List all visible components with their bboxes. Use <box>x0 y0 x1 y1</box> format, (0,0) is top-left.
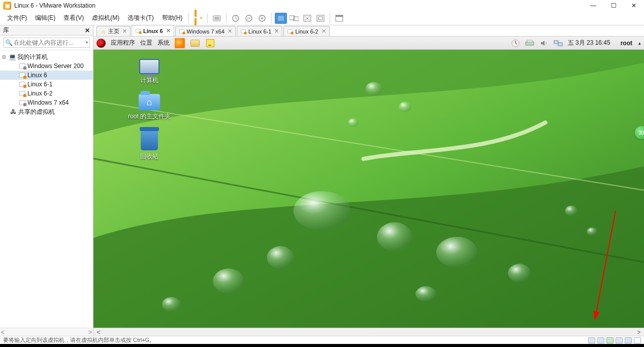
library-tree: ⊟ 💻 我的计算机 Windows Server 200Linux 6Linux… <box>0 50 93 328</box>
tab-close-button[interactable]: ✕ <box>274 28 279 35</box>
update-tray-icon[interactable] <box>511 39 520 48</box>
snapshot-manager-button[interactable] <box>256 13 268 24</box>
tree-label: Linux 6-2 <box>27 90 52 97</box>
svg-point-30 <box>587 228 597 236</box>
content-area: ⌂主页✕Linux 6✕Windows 7 x64✕Linux 6-1✕Linu… <box>93 25 644 336</box>
menu-help[interactable]: 帮助(H) <box>158 13 187 24</box>
print-tray-icon[interactable] <box>525 39 534 48</box>
svg-rect-13 <box>336 15 343 17</box>
device-net-icon[interactable] <box>606 337 614 343</box>
maximize-button[interactable]: ☐ <box>603 0 624 11</box>
guest-top-panel: 应用程序 位置 系统 五 3月 23 16:45 root ▴ <box>93 37 644 50</box>
guest-clock[interactable]: 五 3月 23 16:45 <box>568 39 610 47</box>
expand-icon[interactable]: ⊟ <box>2 54 8 59</box>
tree-vm-item[interactable]: Linux 6-2 <box>0 89 93 98</box>
content-hscroll[interactable]: < > <box>93 328 644 336</box>
snapshot-take-button[interactable] <box>230 13 242 24</box>
toolbar-divider <box>330 13 330 23</box>
device-sound-icon[interactable] <box>625 337 632 343</box>
svg-rect-16 <box>527 40 532 42</box>
tab-close-button[interactable]: ✕ <box>228 28 232 35</box>
tree-shared-vms[interactable]: 🖧 共享的虚拟机 <box>0 107 93 116</box>
firefox-launcher-icon[interactable] <box>175 38 185 48</box>
pause-vm-button[interactable]: ▾ <box>192 13 204 24</box>
vm-tab[interactable]: Linux 6✕ <box>132 25 174 36</box>
desktop-icon-computer[interactable]: 计算机 <box>119 59 180 85</box>
tree-my-computer[interactable]: ⊟ 💻 我的计算机 <box>0 52 93 61</box>
guest-menu-applications[interactable]: 应用程序 <box>111 39 135 47</box>
search-dropdown-icon[interactable]: ▾ <box>86 40 88 45</box>
tree-label: 我的计算机 <box>17 53 48 61</box>
view-console-button[interactable] <box>275 13 287 24</box>
svg-point-22 <box>436 237 478 268</box>
vm-tab[interactable]: Windows 7 x64✕ <box>175 26 236 36</box>
vm-tab[interactable]: ⌂主页✕ <box>96 26 131 36</box>
svg-point-28 <box>348 118 358 127</box>
svg-rect-17 <box>554 41 558 44</box>
tab-close-button[interactable]: ✕ <box>166 27 171 34</box>
vm-tab[interactable]: Linux 6-1✕ <box>237 26 282 36</box>
svg-rect-18 <box>558 43 562 46</box>
library-search-input[interactable] <box>3 38 90 48</box>
network-tray-icon[interactable] <box>554 39 563 48</box>
menu-view[interactable]: 查看(V) <box>59 13 88 24</box>
file-manager-launcher-icon[interactable] <box>190 38 200 48</box>
guest-user-label[interactable]: root <box>621 40 632 47</box>
menu-vm[interactable]: 虚拟机(M) <box>88 13 123 24</box>
device-usb-icon[interactable] <box>616 337 623 343</box>
view-unity-button[interactable] <box>314 13 327 24</box>
statusbar-hint: 要将输入定向到该虚拟机，请在虚拟机内部单击或按 Ctrl+G。 <box>3 336 155 344</box>
library-header: 库 ✕ <box>0 25 93 36</box>
tree-vm-item[interactable]: Linux 6 <box>0 71 93 80</box>
vm-power-controls: ▾ <box>191 13 345 24</box>
search-icon: 🔍 <box>5 39 13 46</box>
bubble-count: 30 <box>638 130 644 136</box>
close-button[interactable]: ✕ <box>624 0 644 11</box>
library-title: 库 <box>3 26 9 35</box>
tab-close-button[interactable]: ✕ <box>122 28 127 35</box>
tab-label: Linux 6-2 <box>295 28 318 35</box>
device-printer-icon[interactable] <box>634 337 641 343</box>
send-ctrl-alt-del-button[interactable] <box>211 13 223 24</box>
menu-tabs[interactable]: 选项卡(T) <box>123 13 157 24</box>
desktop-icon-home[interactable]: root 的主文件夹 <box>119 94 180 121</box>
device-hdd-icon[interactable] <box>588 337 595 343</box>
guest-desktop[interactable]: 计算机 root 的主文件夹 回收站 30 <box>93 50 644 328</box>
view-multimon-button[interactable] <box>288 13 300 24</box>
vm-icon <box>240 28 246 35</box>
device-cd-icon[interactable] <box>597 337 604 343</box>
vm-icon <box>18 72 26 79</box>
menu-file[interactable]: 文件(F) <box>3 13 31 24</box>
svg-rect-10 <box>317 15 324 21</box>
user-menu-chevron-icon[interactable]: ▴ <box>638 41 641 46</box>
toolbar-divider <box>271 13 272 23</box>
tree-vm-item[interactable]: Linux 6-1 <box>0 80 93 89</box>
fullscreen-button[interactable] <box>333 13 345 24</box>
home-folder-icon <box>139 94 160 110</box>
vm-icon <box>18 81 26 88</box>
tree-label: Linux 6 <box>27 72 47 79</box>
minimize-button[interactable]: — <box>583 0 603 11</box>
desktop-icon-trash[interactable]: 回收站 <box>119 130 180 161</box>
scroll-right-button[interactable]: > <box>635 329 643 336</box>
svg-point-24 <box>213 269 244 294</box>
volume-tray-icon[interactable] <box>539 39 549 48</box>
tree-vm-item[interactable]: Windows 7 x64 <box>0 98 93 107</box>
home-icon: ⌂ <box>100 28 106 35</box>
snapshot-revert-button[interactable] <box>243 13 255 24</box>
guest-menu-system[interactable]: 系统 <box>157 39 170 47</box>
redhat-logo-icon <box>96 39 106 48</box>
svg-point-26 <box>366 82 382 96</box>
tab-close-button[interactable]: ✕ <box>321 28 326 35</box>
library-close-button[interactable]: ✕ <box>85 27 90 34</box>
menu-edit[interactable]: 编辑(E) <box>31 13 59 24</box>
notes-launcher-icon[interactable] <box>205 38 215 48</box>
library-hscroll[interactable]: <> <box>0 328 93 336</box>
view-stretch-button[interactable] <box>301 13 313 24</box>
statusbar: 要将输入定向到该虚拟机，请在虚拟机内部单击或按 Ctrl+G。 <box>0 336 644 344</box>
scroll-left-button[interactable]: < <box>94 329 103 336</box>
guest-menu-places[interactable]: 位置 <box>140 39 152 47</box>
tree-vm-item[interactable]: Windows Server 200 <box>0 61 93 71</box>
vm-tab[interactable]: Linux 6-2✕ <box>283 26 329 36</box>
vm-icon <box>18 99 26 106</box>
